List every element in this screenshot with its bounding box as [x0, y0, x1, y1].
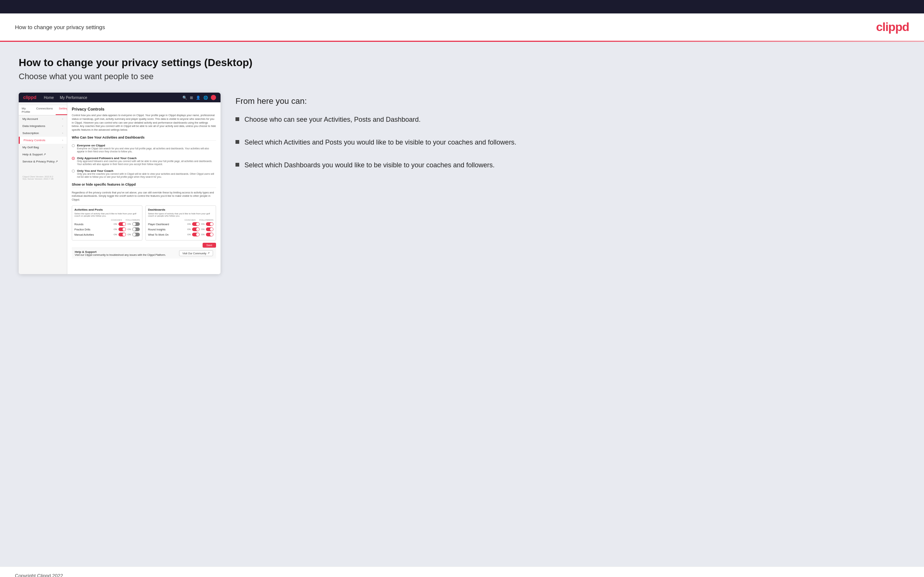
bullet-text-2: Select which Activities and Posts you wo… [244, 138, 516, 147]
radio-everyone[interactable]: Everyone on Clippd Everyone on Clippd ca… [72, 144, 216, 153]
sidebar-item-my-account[interactable]: My Account › [19, 115, 67, 122]
privacy-description: Control how you and your data appears to… [72, 114, 216, 132]
work-followers-toggle[interactable] [206, 233, 213, 236]
show-hide-section: Show or hide specific features in Clippd… [72, 183, 216, 248]
rounds-followers-toggle[interactable] [132, 222, 140, 226]
app-sidebar: My Profile Connections Settings My Accou… [19, 102, 67, 274]
tab-connections[interactable]: Connections [33, 105, 56, 115]
grid-icon: ⊞ [190, 96, 193, 100]
dashboards-title: Dashboards [148, 208, 213, 211]
show-hide-heading: Show or hide specific features in Clippd [72, 183, 216, 188]
footer: Copyright Clippd 2022 [0, 567, 924, 577]
help-title: Help & Support [75, 250, 166, 253]
sidebar-version: Clippd Client Version: 2022.8.2SQL Serve… [19, 172, 67, 183]
work-coaches-toggle[interactable] [192, 233, 200, 236]
dashboards-box: Dashboards Select the types of activity … [145, 205, 216, 240]
bullet-text-3: Select which Dashboards you would like t… [244, 161, 494, 170]
insights-coaches-toggle[interactable] [192, 227, 200, 231]
activity-row-rounds: Rounds ON ON [74, 222, 140, 226]
header-title: How to change your privacy settings [15, 24, 105, 30]
practice-followers-toggle[interactable] [132, 227, 140, 231]
radio-only-approved[interactable]: Only Approved Followers and Your Coach O… [72, 156, 216, 166]
insights-followers-toggle[interactable] [206, 227, 213, 231]
top-bar [0, 0, 924, 13]
sidebar-item-my-golf-bag[interactable]: My Golf Bag › [19, 144, 67, 151]
help-desc: Visit our Clippd community to troublesho… [75, 253, 166, 256]
bullet-square-2 [236, 140, 239, 144]
user-icon: 👤 [196, 96, 200, 100]
who-can-see-heading: Who Can See Your Activities and Dashboar… [72, 135, 216, 141]
sidebar-item-subscription[interactable]: Subscription › [19, 130, 67, 137]
search-icon: 🔍 [183, 96, 187, 100]
app-nav: clippd Home My Performance 🔍 ⊞ 👤 🌐 [19, 93, 221, 102]
dash-row-insights: Round Insights ON ON [148, 227, 213, 231]
bullet-item-1: Choose who can see your Activities, Post… [236, 115, 905, 124]
nav-my-performance: My Performance [60, 96, 87, 100]
save-button[interactable]: Save [203, 243, 216, 248]
dashboards-desc: Select the types of activity that you'd … [148, 213, 213, 217]
privacy-controls-title: Privacy Controls [72, 107, 216, 111]
sidebar-item-help-support[interactable]: Help & Support ↗ [19, 151, 67, 158]
rounds-coaches-toggle[interactable] [118, 222, 126, 226]
avatar-icon [211, 95, 216, 100]
activity-row-practice: Practice Drills ON ON [74, 227, 140, 231]
sidebar-item-data-integrations[interactable]: Data Integrations › [19, 122, 67, 130]
radio-only-you[interactable]: Only You and Your Coach Only you and the… [72, 169, 216, 179]
sidebar-item-service-privacy[interactable]: Service & Privacy Policy ↗ [19, 158, 67, 165]
logo: clippd [876, 20, 909, 34]
nav-home: Home [44, 96, 54, 100]
show-hide-desc: Regardless of the privacy controls that … [72, 191, 216, 201]
practice-coaches-toggle[interactable] [118, 227, 126, 231]
visit-community-button[interactable]: Visit Our Community ↗ [179, 250, 213, 256]
main-content: How to change your privacy settings (Des… [0, 42, 924, 567]
bullet-text-1: Choose who can see your Activities, Post… [244, 115, 420, 124]
tab-my-profile[interactable]: My Profile [19, 105, 33, 115]
activities-desc: Select the types of activity that you'd … [74, 213, 140, 217]
screenshot-container: clippd Home My Performance 🔍 ⊞ 👤 🌐 [19, 93, 221, 274]
bullet-square-3 [236, 163, 239, 166]
activities-box: Activities and Posts Select the types of… [72, 205, 142, 240]
globe-icon: 🌐 [204, 96, 208, 100]
bullet-item-3: Select which Dashboards you would like t… [236, 161, 905, 170]
page-subtitle: Choose what you want people to see [19, 72, 905, 81]
activity-row-manual: Manual Activities ON ON [74, 233, 140, 236]
bullet-section: From here you can: Choose who can see yo… [236, 93, 905, 170]
help-section: Help & Support Visit our Clippd communit… [72, 248, 216, 258]
page-main-title: How to change your privacy settings (Des… [19, 57, 905, 69]
copyright: Copyright Clippd 2022 [15, 573, 63, 577]
activities-title: Activities and Posts [74, 208, 140, 211]
player-coaches-toggle[interactable] [192, 222, 200, 226]
app-logo: clippd [23, 95, 36, 100]
dash-row-work: What To Work On ON ON [148, 233, 213, 236]
sidebar-item-privacy-controls[interactable]: Privacy Controls › [19, 137, 67, 144]
bullet-square-1 [236, 117, 239, 121]
manual-coaches-toggle[interactable] [118, 233, 126, 236]
app-main-area: Privacy Controls Control how you and you… [67, 102, 221, 274]
header: How to change your privacy settings clip… [0, 13, 924, 41]
manual-followers-toggle[interactable] [132, 233, 140, 236]
from-here-label: From here you can: [236, 96, 905, 106]
dash-row-player: Player Dashboard ON ON [148, 222, 213, 226]
bullet-item-2: Select which Activities and Posts you wo… [236, 138, 905, 147]
player-followers-toggle[interactable] [206, 222, 213, 226]
